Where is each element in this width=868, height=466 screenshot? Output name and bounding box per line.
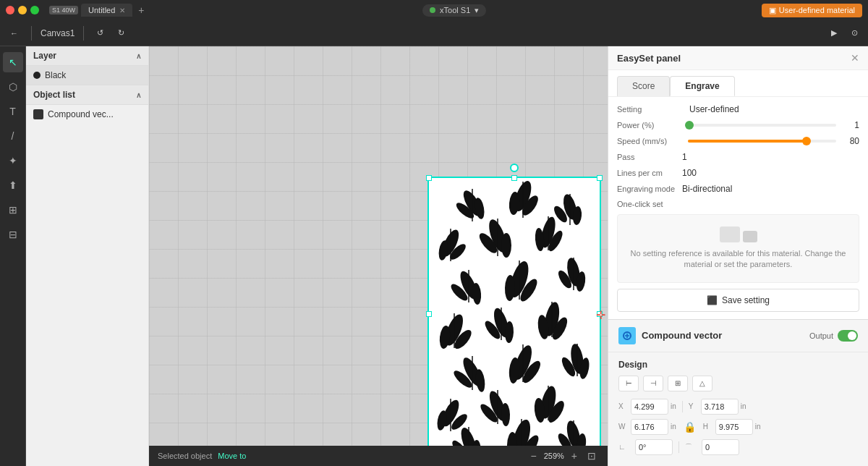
speed-row: Speed (mm/s) 80 [617,136,859,146]
power-row: Power (%) 1 [617,120,859,130]
corner-input[interactable] [702,439,739,455]
layer-color-dot [33,72,41,79]
wh-coords-row: W in 🔒 H in [618,419,858,435]
coord-sep-1 [682,401,683,412]
compound-icon [618,327,636,344]
zoom-out-button[interactable]: − [527,449,539,463]
layer-collapse-button[interactable]: ∧ [136,52,141,60]
machine-indicator[interactable]: xTool S1 ▾ [422,4,486,17]
one-click-label: One-click set [617,200,682,208]
tab-close-icon[interactable]: ✕ [119,7,125,14]
layer-panel: Layer ∧ Black Object list ∧ Compound vec… [26,46,149,466]
sidebar-import-tool[interactable]: ⬆ [3,175,23,195]
undo-button[interactable]: ↺ [93,25,108,41]
w-input[interactable] [631,419,668,435]
toggle-thumb [848,331,856,340]
speed-slider-track[interactable] [688,140,836,143]
back-button[interactable]: ← [6,26,22,41]
speed-value: 80 [842,136,859,146]
pass-row: Pass 1 [617,152,859,162]
angle-row: ∟ ⌒ [618,439,858,455]
sidebar-cursor-tool[interactable]: ↖ [3,52,23,72]
power-label: Power (%) [617,121,682,130]
zoom-in-button[interactable]: + [569,449,580,463]
tab-untitled[interactable]: Untitled ✕ [81,4,132,17]
camera-icon: ⊙ [851,28,858,38]
sidebar-node-tool[interactable]: ✦ [3,151,23,171]
sidebar-shapes-tool[interactable]: ⬡ [3,77,23,97]
h-label: H [703,423,713,431]
object-label: Compound vec... [48,109,114,119]
titlebar: S1 40W Untitled ✕ + xTool S1 ▾ ▣ User-de… [0,0,868,20]
layer-title: Layer [33,51,56,61]
y-unit: in [741,402,746,410]
canvas-area[interactable]: ✛ Selected object Move to − 259% + ⊡ [149,46,608,466]
handle-mid-left[interactable] [426,311,432,317]
close-button[interactable] [6,6,14,14]
bottom-bar: Selected object Move to − 259% + ⊡ [149,446,608,466]
minimize-button[interactable] [18,6,27,14]
easyset-close-button[interactable]: ✕ [851,52,859,64]
one-click-row: One-click set [617,200,859,208]
align-right-button[interactable]: ⊞ [668,376,688,391]
sidebar-pen-tool[interactable]: / [3,126,23,146]
xy-coords-row: X in Y in [618,399,858,415]
output-toggle[interactable] [838,330,858,342]
coord-sep-2 [678,441,679,453]
save-setting-button[interactable]: ⬛ Save setting [617,289,859,312]
object-icon [33,109,43,119]
align-center-button[interactable]: ⊣ [643,376,663,391]
object-compound[interactable]: Compound vec... [26,105,148,124]
rotate-handle[interactable] [510,164,519,172]
sidebar-grid-tool[interactable]: ⊟ [3,224,23,245]
tab-score[interactable]: Score [617,76,670,96]
x-label: X [618,402,629,410]
sidebar-qr-tool[interactable]: ⊞ [3,200,23,220]
angle-label: ∟ [618,443,633,451]
y-input[interactable] [701,399,739,415]
speed-slider-thumb[interactable] [802,137,811,145]
h-unit: in [755,423,761,431]
handle-top-right[interactable] [597,175,603,181]
tab-add-button[interactable]: + [135,4,147,16]
x-input[interactable] [631,399,668,415]
undo-icon: ↺ [97,28,103,38]
angle-input[interactable] [635,439,673,455]
play-button[interactable]: ▶ [827,25,841,41]
maximize-button[interactable] [30,6,39,14]
tab-engrave[interactable]: Engrave [670,76,734,96]
compound-title: Compound vector [642,330,722,341]
y-label: Y [689,402,699,410]
x-unit: in [671,402,676,410]
redo-button[interactable]: ↻ [114,25,129,41]
status-text: Selected object [158,452,212,460]
material-button[interactable]: ▣ User-defined material [762,4,862,17]
zoom-fit-button[interactable]: ⊡ [584,449,599,463]
layer-black[interactable]: Black [26,66,148,85]
lock-icon[interactable]: 🔒 [684,421,696,433]
save-icon: ⬛ [707,295,718,305]
easyset-body: Setting User-defined Power (%) 1 Speed (… [608,97,868,319]
layer-panel-header: Layer ∧ [26,46,148,66]
handle-top-center[interactable] [511,175,517,181]
move-to-link[interactable]: Move to [218,452,246,460]
separator-2 [83,26,84,41]
flip-button[interactable]: △ [692,376,712,391]
engrave-mode-row: Engraving mode Bi-directional [617,184,859,194]
camera-button[interactable]: ⊙ [847,25,862,41]
h-input[interactable] [715,419,753,435]
compound-header: Compound vector Output [608,320,868,352]
machine-dropdown-icon[interactable]: ▾ [475,6,479,15]
power-slider-thumb[interactable] [685,121,694,130]
object-list-collapse[interactable]: ∧ [136,91,141,99]
lines-row: Lines per cm 100 [617,168,859,178]
w-label: W [618,423,629,431]
toolbar: ← Canvas1 ↺ ↻ ▶ ⊙ [0,20,868,46]
sidebar-text-tool[interactable]: T [3,101,23,122]
selection-box[interactable]: ✛ [427,177,601,452]
power-slider-track[interactable] [688,124,836,127]
handle-top-left[interactable] [426,175,432,181]
align-left-button[interactable]: ⊢ [618,376,639,391]
left-sidebar: ↖ ⬡ T / ✦ ⬆ ⊞ ⊟ [0,46,26,466]
tab-label: Untitled [88,6,115,14]
